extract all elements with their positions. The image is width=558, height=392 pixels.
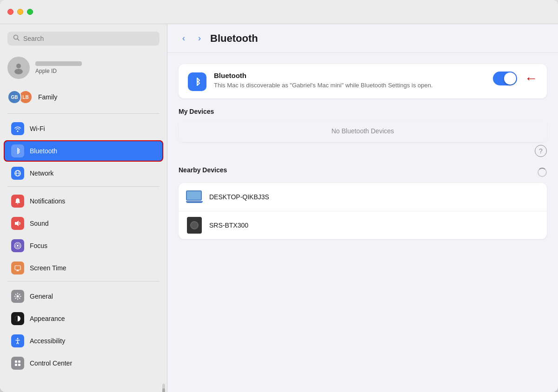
sidebar-scrollbar[interactable] (162, 384, 165, 392)
svg-marker-7 (15, 221, 19, 226)
bluetooth-toggle-card: Bluetooth This Mac is discoverable as "G… (179, 64, 547, 98)
svg-point-15 (17, 338, 19, 339)
family-avatar-1: GB (7, 90, 21, 104)
device-row-desktop[interactable]: DESKTOP-QIKBJ3S (179, 183, 547, 211)
my-devices-section: My Devices No Bluetooth Devices ? (179, 108, 547, 157)
device-row-speaker[interactable]: SRS-BTX300 (179, 211, 547, 239)
nearby-devices-card: DESKTOP-QIKBJ3S SRS-BTX300 (179, 183, 547, 239)
red-arrow-indicator: ← (525, 72, 538, 85)
traffic-lights (7, 9, 33, 15)
sidebar-item-notifications[interactable]: Notifications (4, 190, 163, 212)
bluetooth-subtitle: This Mac is discoverable as "Gabriel's M… (214, 81, 485, 90)
loading-spinner (538, 168, 547, 177)
sidebar-item-screentime[interactable]: Screen Time (4, 257, 163, 279)
user-name-blur (35, 61, 82, 66)
notifications-icon (11, 195, 24, 208)
sidebar-item-bluetooth-label: Bluetooth (30, 147, 57, 155)
close-button[interactable] (7, 9, 13, 15)
help-btn-row: ? (179, 145, 547, 157)
sidebar-item-accessibility[interactable]: Accessibility (4, 330, 163, 352)
forward-button[interactable]: › (194, 32, 205, 45)
sidebar-item-wifi[interactable]: Wi-Fi (4, 118, 163, 139)
search-bar (7, 32, 159, 46)
sidebar-item-family[interactable]: GB LB Family (0, 86, 167, 108)
general-icon (11, 290, 24, 303)
sidebar-item-network[interactable]: Network (4, 163, 163, 184)
empty-devices-box: No Bluetooth Devices (179, 120, 547, 142)
sidebar-item-sound-label: Sound (30, 220, 48, 227)
sidebar-item-general[interactable]: General (4, 286, 163, 307)
svg-point-8 (17, 245, 19, 247)
sidebar-item-accessibility-label: Accessibility (30, 337, 65, 345)
sidebar-item-focus-label: Focus (30, 242, 47, 249)
svg-rect-10 (15, 266, 20, 270)
minimize-button[interactable] (17, 9, 23, 15)
svg-point-13 (17, 295, 19, 297)
appearance-icon (11, 312, 24, 325)
sidebar-item-wifi-label: Wi-Fi (30, 125, 45, 132)
my-devices-card: No Bluetooth Devices (179, 120, 547, 142)
family-avatars: GB LB (7, 90, 33, 104)
accessibility-icon (11, 334, 24, 347)
user-info: Apple ID (35, 61, 82, 74)
bluetooth-title: Bluetooth (214, 72, 485, 79)
user-section[interactable]: Apple ID (0, 53, 167, 86)
sidebar-item-appearance[interactable]: Appearance (4, 308, 163, 329)
wifi-icon (11, 122, 24, 135)
sidebar-item-family-label: Family (38, 93, 57, 101)
controlcenter-icon (11, 357, 24, 370)
sidebar-divider-2 (7, 186, 159, 187)
bluetooth-icon (11, 144, 24, 157)
bluetooth-main-icon (188, 72, 206, 91)
app-window: Apple ID GB LB Family (0, 0, 558, 392)
svg-line-1 (18, 39, 20, 41)
sidebar-divider-3 (7, 281, 159, 281)
bluetooth-toggle[interactable] (493, 72, 517, 85)
sound-icon (11, 217, 24, 230)
nearby-devices-header: Nearby Devices (179, 166, 547, 178)
main-body: Bluetooth This Mac is discoverable as "G… (167, 53, 558, 250)
empty-devices-label: No Bluetooth Devices (332, 127, 394, 135)
sidebar-scrollbar-thumb[interactable] (162, 388, 165, 392)
sidebar-item-controlcenter-label: Control Center (30, 359, 72, 367)
page-title: Bluetooth (210, 33, 258, 45)
focus-icon (11, 239, 24, 252)
device-icon-laptop (186, 189, 203, 205)
search-input[interactable] (23, 35, 154, 42)
toggle-area: ← (493, 72, 538, 85)
help-button[interactable]: ? (535, 145, 547, 157)
sidebar-item-appearance-label: Appearance (30, 315, 65, 322)
svg-rect-16 (15, 360, 17, 363)
sidebar: Apple ID GB LB Family (0, 24, 167, 392)
content-area: Apple ID GB LB Family (0, 24, 558, 392)
search-container (0, 32, 167, 53)
screentime-icon (11, 261, 24, 274)
bluetooth-info: Bluetooth This Mac is discoverable as "G… (214, 72, 485, 90)
user-apple-id-label: Apple ID (35, 68, 82, 74)
nearby-devices-title: Nearby Devices (179, 166, 227, 174)
avatar (7, 57, 30, 79)
device-icon-speaker (186, 217, 203, 234)
svg-rect-18 (15, 364, 17, 366)
device-name-desktop: DESKTOP-QIKBJ3S (209, 193, 269, 201)
sidebar-item-controlcenter[interactable]: Control Center (4, 353, 163, 374)
sidebar-item-bluetooth[interactable]: Bluetooth (4, 140, 163, 162)
network-icon (11, 167, 24, 180)
sidebar-item-network-label: Network (30, 170, 53, 177)
sidebar-item-notifications-label: Notifications (30, 197, 65, 205)
titlebar (0, 0, 558, 24)
svg-rect-17 (18, 360, 20, 363)
my-devices-title: My Devices (179, 108, 547, 115)
sidebar-item-sound[interactable]: Sound (4, 213, 163, 234)
sidebar-divider (7, 113, 159, 114)
toggle-knob (504, 72, 516, 85)
back-button[interactable]: ‹ (179, 32, 189, 45)
main-content: ‹ › Bluetooth Bluetooth T (167, 24, 558, 392)
maximize-button[interactable] (27, 9, 33, 15)
sidebar-item-general-label: General (30, 293, 53, 300)
svg-rect-19 (18, 364, 20, 366)
device-name-speaker: SRS-BTX300 (209, 222, 248, 229)
svg-point-2 (16, 64, 21, 68)
sidebar-item-focus[interactable]: Focus (4, 235, 163, 256)
sidebar-item-screentime-label: Screen Time (30, 264, 66, 272)
